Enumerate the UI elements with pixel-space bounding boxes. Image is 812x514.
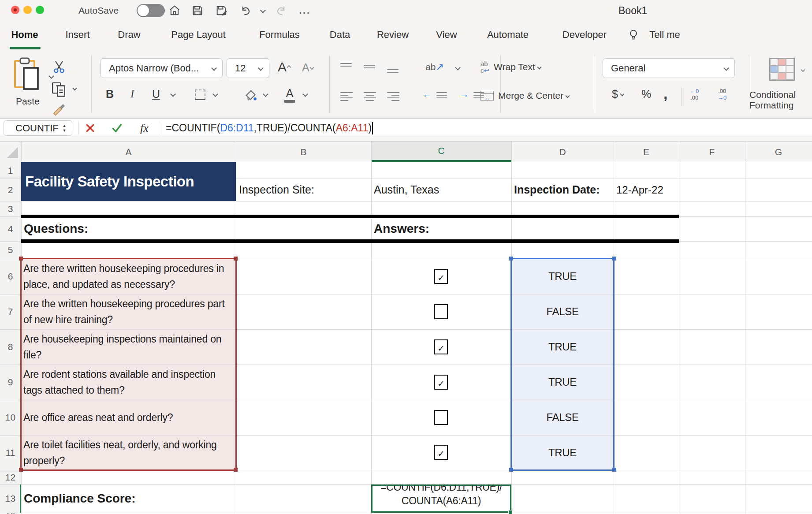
align-center-button[interactable] bbox=[364, 92, 376, 101]
undo-icon[interactable] bbox=[240, 4, 253, 17]
align-bottom-button[interactable] bbox=[387, 67, 399, 73]
borders-button[interactable] bbox=[195, 89, 205, 100]
increase-decimal-button[interactable]: ←0.00 bbox=[690, 88, 699, 101]
font-name-select[interactable]: Aptos Narrow (Bod... bbox=[101, 58, 223, 78]
underline-button[interactable]: U bbox=[152, 88, 160, 101]
fill-color-button[interactable] bbox=[243, 88, 257, 102]
checkbox-checked[interactable]: ✓ bbox=[434, 375, 448, 390]
checkbox-checked[interactable]: ✓ bbox=[434, 339, 448, 354]
decrease-decimal-button[interactable]: .00→0 bbox=[718, 88, 726, 101]
copy-chevron-icon[interactable] bbox=[73, 86, 77, 91]
inspection-site-value[interactable]: Austin, Texas bbox=[374, 179, 439, 201]
cut-icon[interactable] bbox=[52, 60, 66, 74]
row-header-12[interactable]: 12 bbox=[0, 470, 21, 484]
more-commands-icon[interactable]: … bbox=[298, 0, 311, 19]
column-header-c-active[interactable]: C bbox=[371, 142, 511, 162]
sheet-title-cell[interactable]: Facility Safety Inspection bbox=[21, 162, 236, 201]
tab-automate[interactable]: Automate bbox=[487, 21, 529, 48]
column-header-d[interactable]: D bbox=[511, 142, 614, 162]
formula-input[interactable]: =COUNTIF(D6:D11,TRUE)/COUNTA(A6:A11) bbox=[166, 119, 373, 138]
font-color-chevron-icon[interactable] bbox=[302, 91, 308, 97]
bold-button[interactable]: B bbox=[106, 88, 114, 101]
row-header-1[interactable]: 1 bbox=[0, 162, 21, 179]
column-header-f[interactable]: F bbox=[679, 142, 745, 162]
merge-center-button[interactable]: ↔ Merge & Center bbox=[480, 90, 569, 101]
zoom-window-button[interactable] bbox=[36, 6, 44, 14]
row-header-10[interactable]: 10 bbox=[0, 400, 21, 435]
tab-home[interactable]: Home bbox=[11, 21, 38, 48]
fill-handle[interactable] bbox=[508, 510, 513, 514]
row-header-7[interactable]: 7 bbox=[0, 294, 21, 329]
save-icon[interactable] bbox=[191, 4, 204, 17]
copy-icon[interactable] bbox=[51, 82, 66, 97]
select-all-corner[interactable] bbox=[0, 142, 21, 162]
range-handle[interactable] bbox=[19, 468, 23, 472]
orientation-chevron-icon[interactable] bbox=[455, 65, 461, 71]
align-top-button[interactable] bbox=[340, 63, 352, 69]
range-handle[interactable] bbox=[509, 257, 513, 261]
wrap-text-button[interactable]: ab c↩ Wrap Text bbox=[480, 60, 541, 74]
number-format-select[interactable]: General bbox=[603, 58, 735, 78]
row-header-4[interactable]: 4 bbox=[0, 216, 21, 241]
column-header-e[interactable]: E bbox=[614, 142, 679, 162]
comma-format-button[interactable]: , bbox=[663, 85, 667, 102]
autosave-toggle[interactable] bbox=[137, 4, 165, 17]
range-handle[interactable] bbox=[612, 257, 616, 261]
decrease-font-size-button[interactable]: A bbox=[302, 61, 313, 74]
active-cell-c13[interactable]: =COUNTIF(D6:D11,TRUE)/ COUNTA(A6:A11) bbox=[371, 484, 511, 513]
row-header-8[interactable]: 8 bbox=[0, 329, 21, 365]
tab-formulas[interactable]: Formulas bbox=[259, 21, 300, 48]
row-header-2[interactable]: 2 bbox=[0, 179, 21, 201]
save-as-icon[interactable] bbox=[215, 4, 227, 17]
close-window-button[interactable] bbox=[11, 6, 19, 14]
increase-indent-button[interactable]: → bbox=[459, 89, 469, 100]
underline-chevron-icon[interactable] bbox=[170, 91, 176, 97]
tab-insert[interactable]: Insert bbox=[65, 21, 89, 48]
undo-chevron-icon[interactable] bbox=[260, 7, 266, 13]
tab-review[interactable]: Review bbox=[377, 21, 409, 48]
range-handle[interactable] bbox=[19, 257, 23, 261]
minimize-window-button[interactable] bbox=[23, 6, 32, 14]
row-header-11[interactable]: 11 bbox=[0, 435, 21, 470]
name-box-spinner[interactable]: ▲ ▼ bbox=[61, 121, 68, 135]
tab-tell-me[interactable]: Tell me bbox=[649, 21, 680, 48]
row-header-5[interactable]: 5 bbox=[0, 241, 21, 259]
insert-function-icon[interactable]: fx bbox=[140, 119, 149, 138]
conditional-formatting-button[interactable] bbox=[769, 58, 795, 81]
row-header-13[interactable]: 13 bbox=[0, 484, 21, 513]
currency-format-button[interactable]: $ bbox=[612, 88, 624, 101]
tab-developer[interactable]: Developer bbox=[562, 21, 607, 48]
font-color-button[interactable]: A bbox=[284, 87, 295, 103]
row-header-9[interactable]: 9 bbox=[0, 365, 21, 400]
tab-view[interactable]: View bbox=[436, 21, 457, 48]
italic-button[interactable]: I bbox=[130, 88, 134, 100]
row-header-6[interactable]: 6 bbox=[0, 259, 21, 294]
checkbox-unchecked[interactable] bbox=[434, 304, 448, 319]
align-left-button[interactable] bbox=[340, 92, 353, 101]
cancel-icon[interactable] bbox=[85, 123, 96, 134]
borders-chevron-icon[interactable] bbox=[212, 91, 218, 97]
align-middle-button[interactable] bbox=[364, 65, 375, 68]
tab-page-layout[interactable]: Page Layout bbox=[171, 21, 226, 48]
format-painter-icon[interactable] bbox=[51, 101, 66, 116]
home-icon[interactable] bbox=[168, 4, 181, 17]
font-size-select[interactable]: 12 bbox=[227, 58, 269, 78]
tab-data[interactable]: Data bbox=[330, 21, 350, 48]
checkbox-unchecked[interactable] bbox=[434, 410, 448, 425]
enter-icon[interactable] bbox=[111, 122, 123, 134]
range-handle[interactable] bbox=[234, 257, 238, 261]
range-handle[interactable] bbox=[234, 468, 238, 472]
increase-font-size-button[interactable]: A bbox=[278, 60, 291, 74]
percent-format-button[interactable]: % bbox=[641, 88, 651, 101]
column-header-g[interactable]: G bbox=[745, 142, 812, 162]
checkbox-checked[interactable]: ✓ bbox=[434, 269, 448, 284]
checkbox-checked[interactable]: ✓ bbox=[434, 445, 448, 460]
range-handle[interactable] bbox=[612, 468, 616, 472]
row-header-3[interactable]: 3 bbox=[0, 201, 21, 216]
column-header-a[interactable]: A bbox=[21, 142, 236, 162]
text-orientation-button[interactable]: ab↗ bbox=[425, 61, 444, 73]
range-handle[interactable] bbox=[509, 468, 513, 472]
column-header-b[interactable]: B bbox=[236, 142, 371, 162]
inspection-date-value[interactable]: 12-Apr-22 bbox=[616, 179, 663, 201]
fill-chevron-icon[interactable] bbox=[263, 91, 268, 97]
